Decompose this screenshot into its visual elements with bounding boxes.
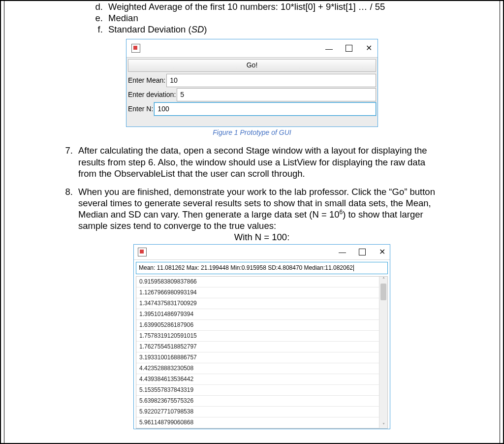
- text-caret-icon: [353, 265, 354, 271]
- list-item[interactable]: 5.153557837843319: [136, 385, 379, 396]
- n-input[interactable]: 100: [154, 102, 376, 116]
- list-item[interactable]: 5.639823675575326: [136, 396, 379, 407]
- list-item[interactable]: 1.639905286187906: [136, 320, 379, 331]
- list-item[interactable]: 1.3474375831700929: [136, 298, 379, 309]
- list-item[interactable]: 1.7578319120591015: [136, 331, 379, 342]
- mean-label: Enter Mean:: [128, 76, 165, 85]
- figure-1-caption: Figure 1 Prototype of GUI: [59, 128, 445, 137]
- scroll-thumb[interactable]: [380, 284, 386, 300]
- list-item[interactable]: 1.7627554518852797: [136, 342, 379, 352]
- gui-window-1: ✕ Go! Enter Mean: 10 Enter deviation: 5: [126, 39, 378, 127]
- minimize-icon[interactable]: [325, 49, 333, 50]
- list-item[interactable]: 0.9159583809837866: [136, 277, 379, 287]
- list-item[interactable]: 4.439384613536442: [136, 374, 379, 385]
- list-item-f: Standard Deviation (SD): [105, 24, 445, 35]
- li-f-post: ): [204, 24, 207, 34]
- list-item[interactable]: 1.1267966980993194: [136, 287, 379, 298]
- list-item[interactable]: 4.423528883230508: [136, 363, 379, 374]
- list-item[interactable]: 3.1933100168886757: [136, 352, 379, 363]
- list-item[interactable]: 1.395101486979394: [136, 309, 379, 320]
- list-item-e: Median: [105, 12, 445, 24]
- app-icon: [138, 248, 147, 256]
- scroll-down-icon[interactable]: ˅: [379, 422, 387, 428]
- minimize-icon[interactable]: [339, 253, 346, 253]
- scroll-up-icon[interactable]: ˄: [379, 277, 387, 283]
- li-f-sd: SD: [191, 24, 204, 34]
- app-icon: [131, 44, 140, 53]
- go-button[interactable]: Go!: [128, 59, 376, 72]
- step-8: When you are finished, demonstrate your …: [75, 186, 445, 429]
- close-icon[interactable]: ✕: [378, 248, 386, 256]
- list-item[interactable]: 5.922027710798538: [136, 407, 379, 417]
- n-label: Enter N:: [128, 105, 153, 114]
- listview[interactable]: 0.91595838098378661.12679669809931941.34…: [136, 276, 388, 429]
- mean-input[interactable]: 10: [166, 74, 376, 87]
- gui-window-2: ✕ Mean: 11.081262 Max: 21.199448 Min:0.9…: [133, 244, 390, 429]
- deviation-label: Enter deviation:: [128, 91, 176, 99]
- close-icon[interactable]: ✕: [365, 44, 373, 52]
- step-7: After calculating the data, open a secon…: [75, 145, 445, 179]
- summary-field[interactable]: Mean: 11.081262 Max: 21.199448 Min:0.915…: [136, 262, 388, 274]
- with-n-label: With N = 100:: [78, 231, 445, 243]
- maximize-icon[interactable]: [359, 249, 366, 255]
- list-item-d: Weighted Average of the first 10 numbers…: [105, 1, 445, 12]
- scrollbar[interactable]: ˄ ˅: [379, 277, 387, 428]
- maximize-icon[interactable]: [346, 45, 352, 52]
- titlebar[interactable]: ✕: [126, 39, 378, 58]
- list-item[interactable]: 5.961148799060868: [136, 417, 379, 428]
- li-f-pre: Standard Deviation (: [108, 24, 191, 34]
- summary-text: Mean: 11.081262 Max: 21.199448 Min:0.915…: [139, 264, 353, 271]
- titlebar-2[interactable]: ✕: [134, 245, 390, 260]
- deviation-input[interactable]: 5: [177, 88, 376, 101]
